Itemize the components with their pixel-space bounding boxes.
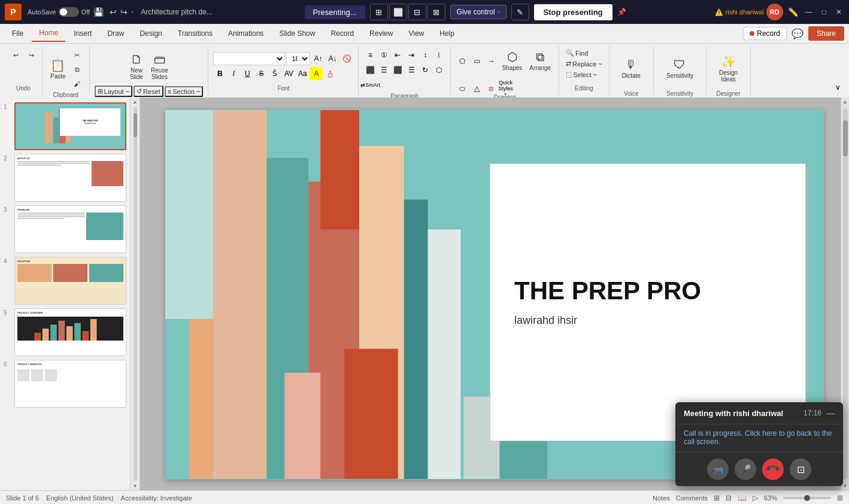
font-increase-button[interactable]: A↑ bbox=[311, 52, 325, 65]
text-case-button[interactable]: Aa bbox=[296, 67, 309, 80]
align-center-button[interactable]: ☰ bbox=[377, 63, 390, 77]
meeting-end-button[interactable]: 📞 bbox=[758, 454, 789, 485]
comments-button[interactable]: Comments bbox=[676, 494, 708, 502]
ribbon-expand-button[interactable]: ∨ bbox=[831, 81, 844, 94]
reset-button[interactable]: ↺ Reset bbox=[134, 86, 163, 97]
stop-presenting-button[interactable]: Stop presenting bbox=[534, 4, 613, 20]
slide-thumb-2[interactable]: 2 ABOUT US bbox=[4, 154, 126, 202]
panel-scroll-up[interactable]: ▲ bbox=[131, 98, 139, 106]
slide-preview-1[interactable]: THE PREP PRO lawirahd ihsir bbox=[14, 102, 126, 150]
share-button[interactable]: Share bbox=[808, 26, 844, 41]
redo-button[interactable]: ↪ bbox=[24, 48, 38, 62]
italic-button[interactable]: I bbox=[227, 67, 240, 80]
tab-slideshow[interactable]: Slide Show bbox=[272, 26, 322, 41]
align-right-button[interactable]: ⬛ bbox=[391, 63, 404, 77]
undo-button[interactable]: ↩ bbox=[8, 48, 23, 62]
dictate-button[interactable]: 🎙 Dictate bbox=[619, 51, 644, 87]
undo-quick-button[interactable]: ↩ bbox=[110, 7, 117, 17]
section-button[interactable]: ≡ Section ~ bbox=[165, 86, 204, 97]
sensitivity-button[interactable]: 🛡 Sensitivity bbox=[663, 51, 696, 87]
columns-button[interactable]: ⁞ bbox=[432, 48, 445, 62]
bullet-list-button[interactable]: ≡ bbox=[363, 48, 377, 62]
view-presenter-button[interactable]: ▷ bbox=[753, 494, 758, 502]
slide-content-box[interactable]: THE PREP PRO lawirahd ihsir bbox=[490, 163, 806, 441]
copy-button[interactable]: ⧉ bbox=[70, 63, 84, 76]
shape-triangle[interactable]: △ bbox=[470, 82, 483, 95]
tab-draw[interactable]: Draw bbox=[100, 26, 131, 41]
align-justify-button[interactable]: ☰ bbox=[405, 63, 418, 77]
pres-btn-4[interactable]: ⊠ bbox=[427, 4, 445, 20]
format-painter-button[interactable]: 🖌 bbox=[70, 77, 84, 90]
redo-quick-button[interactable]: ↪ bbox=[120, 7, 128, 17]
meeting-mute-button[interactable]: 🎤 bbox=[735, 459, 756, 480]
tab-record[interactable]: Record bbox=[323, 26, 361, 41]
find-button[interactable]: 🔍 Find bbox=[564, 48, 590, 57]
tab-animations[interactable]: Animations bbox=[221, 26, 271, 41]
canvas-scroll-thumb[interactable] bbox=[843, 120, 848, 156]
tab-view[interactable]: View bbox=[401, 26, 431, 41]
meeting-status-text[interactable]: Call is in progress. Click here to go ba… bbox=[684, 429, 832, 446]
comment-icon[interactable]: 💬 bbox=[792, 28, 803, 40]
convert-to-smartart-button[interactable]: ⇄SmArt bbox=[363, 78, 377, 92]
font-color-button[interactable]: A bbox=[323, 67, 336, 80]
pres-btn-1[interactable]: ⊞ bbox=[370, 4, 388, 20]
view-normal-button[interactable]: ⊞ bbox=[714, 494, 720, 502]
meeting-video-button[interactable]: 📹 bbox=[707, 459, 729, 480]
close-button[interactable]: ✕ bbox=[833, 8, 844, 16]
laser-pointer-button[interactable]: ✎ bbox=[511, 4, 529, 20]
shape-pentagon[interactable]: ⬠ bbox=[456, 54, 469, 68]
zoom-slider-thumb[interactable] bbox=[804, 495, 810, 501]
slide-preview-3[interactable]: PROBLEM bbox=[14, 205, 126, 253]
align-left-button[interactable]: ⬛ bbox=[363, 63, 377, 77]
indent-button[interactable]: ⇥ bbox=[405, 48, 418, 62]
view-slide-sorter-button[interactable]: ⊟ bbox=[726, 494, 732, 502]
select-button[interactable]: ⬚ Select ~ bbox=[564, 70, 599, 79]
panel-scroll-thumb[interactable] bbox=[134, 113, 137, 137]
arrange-button[interactable]: ⧉ Arrange bbox=[526, 44, 554, 78]
restore-button[interactable]: □ bbox=[820, 8, 829, 16]
slide-thumb-1[interactable]: 1 THE PREP PRO lawirahd ihsir bbox=[4, 102, 126, 150]
meeting-more-button[interactable]: ⊡ bbox=[790, 459, 811, 480]
reuse-slides-button[interactable]: 🗃 Reuse Slides bbox=[148, 48, 171, 84]
shadow-button[interactable]: S̈ bbox=[268, 67, 281, 80]
fill-color-button[interactable]: ▧ bbox=[484, 82, 498, 95]
slide-thumb-3[interactable]: 3 PROBLEM bbox=[4, 205, 126, 253]
underline-button[interactable]: U bbox=[241, 67, 254, 80]
outdent-button[interactable]: ⇤ bbox=[391, 48, 404, 62]
slide-thumb-4[interactable]: 4 SOLUTION bbox=[4, 257, 126, 305]
tab-design[interactable]: Design bbox=[132, 26, 169, 41]
bold-button[interactable]: B bbox=[213, 67, 226, 80]
save-button[interactable]: 💾 bbox=[93, 7, 104, 17]
text-direction-button[interactable]: ↻ bbox=[419, 63, 432, 77]
smartart-button[interactable]: ⬡ bbox=[432, 63, 445, 77]
pen-icon[interactable]: ✏️ bbox=[788, 7, 798, 17]
replace-button[interactable]: ⇄ Replace ~ bbox=[564, 59, 604, 68]
accessibility-status[interactable]: Accessibility: Investigate bbox=[121, 494, 192, 502]
slide-preview-6[interactable]: PRODUCT BENEFITS bbox=[14, 360, 126, 408]
cut-button[interactable]: ✂ bbox=[70, 48, 84, 62]
tab-insert[interactable]: Insert bbox=[66, 26, 99, 41]
meeting-popup[interactable]: Meeting with rishi dhariwal 17:16 — Call… bbox=[675, 402, 843, 486]
text-highlight-button[interactable]: A bbox=[310, 67, 323, 80]
pin-icon[interactable]: 📌 bbox=[617, 8, 626, 16]
warning-badge[interactable]: ⚠️ rishi dhariwal RD bbox=[715, 4, 783, 20]
panel-scroll-down[interactable]: ▼ bbox=[131, 482, 139, 490]
slide-thumb-6[interactable]: 6 PRODUCT BENEFITS bbox=[4, 360, 126, 408]
notes-button[interactable]: Notes bbox=[653, 494, 670, 502]
strikethrough-button[interactable]: S bbox=[254, 67, 268, 80]
view-reading-button[interactable]: 📖 bbox=[738, 494, 747, 502]
tab-review[interactable]: Review bbox=[362, 26, 400, 41]
pres-btn-3[interactable]: ⊟ bbox=[408, 4, 426, 20]
font-decrease-button[interactable]: A↓ bbox=[326, 52, 339, 65]
layout-button[interactable]: ⊞ Layout ~ bbox=[95, 86, 133, 97]
shape-rect[interactable]: ▭ bbox=[470, 54, 483, 68]
font-size-select[interactable]: 18 bbox=[286, 52, 310, 65]
fit-slide-button[interactable]: ⊞ bbox=[837, 494, 843, 502]
paste-button[interactable]: 📋 Paste bbox=[47, 51, 69, 87]
shape-oval[interactable]: ⬭ bbox=[456, 82, 469, 95]
slide-preview-2[interactable]: ABOUT US bbox=[14, 154, 126, 202]
pres-btn-2[interactable]: ⬜ bbox=[389, 4, 407, 20]
font-name-select[interactable] bbox=[213, 52, 285, 65]
record-button[interactable]: Record bbox=[743, 27, 787, 40]
slide-preview-5[interactable]: PRODUCT OVERVIEW bbox=[14, 308, 126, 356]
